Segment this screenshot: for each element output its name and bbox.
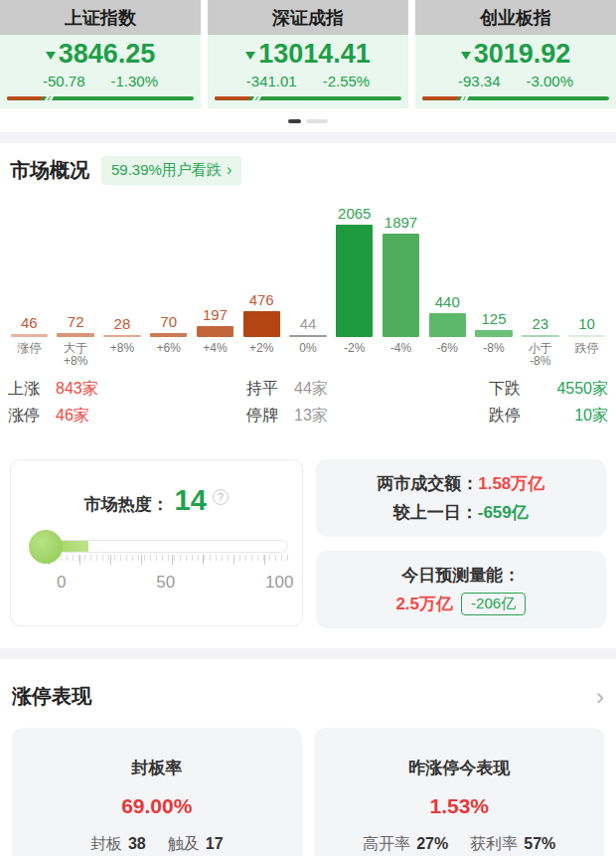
down-triangle-icon: [461, 52, 471, 60]
forecast-line: 2.5万亿 -206亿: [395, 593, 526, 615]
index-change-pct: -1.30%: [111, 73, 159, 89]
section-divider: [0, 132, 616, 143]
bar-axis-label: +2%: [238, 342, 285, 370]
down-triangle-icon: [245, 52, 255, 60]
bar-value-label: 70: [160, 313, 177, 330]
bar-axis-label: -6%: [424, 342, 471, 370]
bar: [289, 335, 326, 337]
heat-value: 14: [175, 486, 207, 515]
turnover-diff-label: 较上一日：: [393, 501, 478, 524]
page-dot[interactable]: [306, 119, 328, 123]
bar: [429, 313, 466, 337]
bar-slot: 28: [99, 315, 146, 337]
bar-axis-label: -4%: [378, 342, 424, 370]
stat-label: 封板: [90, 835, 122, 852]
bar-slot: 23: [517, 315, 563, 337]
help-icon[interactable]: ?: [213, 489, 229, 505]
bar-axis-label: 大于 +8%: [53, 342, 99, 370]
stat-limit-down: 跌停 10家: [485, 406, 608, 427]
card-stats: 封板38 触及17: [12, 834, 302, 855]
stat-label: 下跌: [489, 379, 521, 400]
bar-value-label: 440: [435, 293, 460, 310]
stat-value: 17: [206, 835, 224, 852]
index-card-chinext[interactable]: 创业板指 3019.92 -93.34 -3.00%: [415, 0, 616, 108]
stat-value: 10家: [537, 406, 608, 427]
bar-axis-label: 跌停: [563, 342, 610, 370]
bar-value-label: 476: [249, 291, 274, 308]
turnover-diff-value: -659亿: [478, 501, 529, 524]
sentiment-badge-text: 59.39%用户看跌: [111, 161, 222, 180]
bar-axis-label: +4%: [192, 342, 238, 370]
index-trend-bar: [7, 96, 194, 100]
stat-limit-up: 涨停 46家: [8, 406, 246, 427]
stat-value: 57%: [524, 835, 555, 852]
turnover-line1: 两市成交额： 1.58万亿: [377, 472, 544, 495]
index-price: 3019.92: [419, 40, 612, 70]
card-stats: 高开率27% 获利率57%: [315, 834, 605, 855]
bar-slot: 1897: [378, 214, 424, 337]
index-change: -93.34 -3.00%: [419, 73, 612, 89]
bar-slot: 440: [424, 293, 471, 337]
scale-max: 100: [265, 573, 293, 593]
bar-slot: 2065: [331, 205, 378, 337]
index-body: 3019.92 -93.34 -3.00%: [415, 35, 616, 108]
stat-value: 13家: [294, 406, 328, 427]
down-triangle-icon: [46, 52, 56, 60]
index-value: 3846.25: [59, 40, 156, 70]
stat-value: 4550家: [537, 379, 608, 400]
bar: [522, 335, 558, 337]
bar-axis-label: 0%: [285, 342, 332, 370]
limit-up-header: 涨停表现 ›: [0, 683, 616, 710]
bar-value-label: 10: [578, 315, 595, 332]
page-dot-active[interactable]: [288, 119, 301, 123]
section-divider: [0, 648, 616, 659]
stat-decliners: 下跌 4550家: [485, 379, 608, 400]
forecast-label: 今日预测量能：: [401, 564, 520, 587]
turnover-label: 两市成交额：: [377, 472, 478, 495]
stat-value: 27%: [416, 835, 448, 852]
index-change-pct: -3.00%: [527, 73, 574, 89]
card-title: 封板率: [12, 757, 302, 779]
sentiment-badge[interactable]: 59.39%用户看跌 ›: [101, 156, 241, 185]
chevron-right-icon[interactable]: ›: [596, 685, 604, 709]
index-card-shanghai[interactable]: 上证指数 3846.25 -50.78 -1.30%: [0, 0, 201, 108]
trend-bar-red: [215, 96, 252, 100]
stat-label: 停牌: [246, 406, 278, 427]
stat-value: 843家: [56, 379, 98, 400]
side-column: 两市成交额： 1.58万亿 较上一日： -659亿 今日预测量能： 2.5万亿 …: [316, 459, 607, 628]
stat-pair: 封板38: [90, 834, 146, 855]
stat-label: 高开率: [363, 835, 410, 852]
stat-value: 44家: [294, 379, 328, 400]
index-change-abs: -50.78: [43, 73, 85, 89]
bar: [11, 334, 48, 337]
index-title: 上证指数: [0, 0, 201, 35]
stat-label: 涨停: [8, 406, 40, 427]
index-trend-bar: [215, 96, 401, 100]
bar-slot: 125: [471, 310, 518, 337]
card-title: 昨涨停今表现: [315, 757, 605, 779]
index-body: 3846.25 -50.78 -1.30%: [0, 35, 201, 108]
bar-value-label: 197: [203, 306, 228, 323]
seal-rate-card: 封板率 69.00% 封板38 触及17: [12, 728, 302, 856]
index-change: -341.01 -2.55%: [212, 73, 404, 89]
bar: [568, 335, 605, 337]
stat-value: 46家: [56, 406, 89, 427]
chevron-right-icon: ›: [227, 162, 231, 178]
index-title: 创业板指: [415, 0, 616, 35]
index-cards-row: 上证指数 3846.25 -50.78 -1.30% 深证成指: [0, 0, 616, 108]
bar: [475, 330, 512, 337]
section-title: 市场概况: [10, 157, 89, 184]
index-value: 13014.41: [258, 40, 371, 70]
stat-advancers: 上涨 843家: [8, 379, 246, 400]
bar: [57, 333, 93, 337]
turnover-card: 两市成交额： 1.58万亿 较上一日： -659亿: [316, 459, 607, 537]
index-card-shenzhen[interactable]: 深证成指 13014.41 -341.01 -2.55%: [208, 0, 408, 108]
bar-value-label: 28: [114, 315, 131, 332]
trend-bar-red: [7, 96, 45, 100]
heat-label: 市场热度：: [84, 493, 169, 516]
index-change: -50.78 -1.30%: [4, 73, 197, 89]
index-value: 3019.92: [474, 40, 571, 70]
turnover-line2: 较上一日： -659亿: [393, 501, 529, 524]
bar-slot: 476: [238, 291, 285, 337]
stat-suspended: 停牌 13家: [246, 406, 485, 427]
